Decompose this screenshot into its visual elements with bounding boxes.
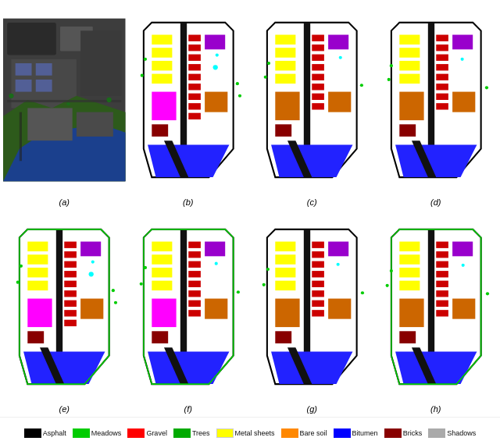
legend-color-meadows xyxy=(73,428,90,438)
svg-rect-120 xyxy=(152,299,176,328)
svg-point-106 xyxy=(89,272,94,276)
svg-rect-50 xyxy=(312,44,324,51)
svg-rect-118 xyxy=(152,268,172,278)
svg-rect-165 xyxy=(399,281,420,291)
svg-rect-70 xyxy=(399,74,420,84)
svg-rect-100 xyxy=(64,290,77,297)
svg-rect-44 xyxy=(275,35,295,45)
svg-rect-62 xyxy=(328,35,348,50)
svg-rect-28 xyxy=(188,84,201,90)
image-wrapper-b xyxy=(127,3,250,197)
svg-rect-171 xyxy=(436,281,448,287)
svg-rect-56 xyxy=(312,103,324,109)
image-cell-h: (h) xyxy=(375,210,498,415)
svg-rect-97 xyxy=(64,261,77,268)
svg-rect-143 xyxy=(275,299,299,328)
svg-rect-48 xyxy=(275,92,299,121)
image-wrapper-c xyxy=(251,3,373,197)
svg-point-110 xyxy=(114,301,117,304)
svg-point-156 xyxy=(361,291,364,294)
label-b: (b) xyxy=(183,197,193,208)
svg-point-178 xyxy=(385,284,388,287)
svg-rect-134 xyxy=(205,242,225,257)
svg-point-35 xyxy=(143,58,146,61)
legend-color-bricks xyxy=(384,428,402,438)
image-cell-e: (e) xyxy=(3,210,126,415)
svg-rect-117 xyxy=(152,254,172,265)
svg-rect-139 xyxy=(275,242,295,252)
svg-rect-19 xyxy=(152,48,172,58)
svg-rect-103 xyxy=(64,320,77,326)
image-wrapper-a xyxy=(3,3,126,197)
svg-rect-127 xyxy=(188,300,201,307)
svg-rect-7 xyxy=(36,80,52,92)
legend-label-bare-soil: Bare soil xyxy=(300,429,327,437)
svg-point-82 xyxy=(389,64,392,67)
svg-rect-182 xyxy=(399,331,416,343)
label-a: (a) xyxy=(59,197,70,208)
svg-rect-1 xyxy=(7,23,56,55)
svg-point-60 xyxy=(264,76,267,79)
legend-item-metal-sheets: Metal sheets xyxy=(216,428,275,438)
svg-rect-147 xyxy=(312,271,324,277)
svg-rect-113 xyxy=(27,331,44,343)
svg-rect-51 xyxy=(312,55,324,61)
label-g: (g) xyxy=(307,404,317,415)
svg-point-109 xyxy=(112,289,115,292)
svg-point-13 xyxy=(9,94,13,98)
svg-rect-31 xyxy=(188,113,201,119)
label-c: (c) xyxy=(307,197,317,208)
svg-rect-85 xyxy=(452,35,473,50)
svg-rect-5 xyxy=(36,63,52,76)
svg-rect-49 xyxy=(312,35,324,41)
label-d: (d) xyxy=(430,197,441,208)
svg-rect-27 xyxy=(188,74,201,80)
legend-item-asphalt: Asphalt xyxy=(24,428,66,438)
image-cell-g: (g) xyxy=(251,210,373,415)
svg-rect-54 xyxy=(312,84,324,90)
svg-rect-78 xyxy=(436,94,448,100)
svg-rect-121 xyxy=(188,242,201,248)
svg-rect-174 xyxy=(436,310,448,316)
svg-rect-166 xyxy=(399,299,423,328)
svg-rect-151 xyxy=(312,310,324,316)
svg-rect-124 xyxy=(188,271,201,277)
svg-rect-79 xyxy=(436,103,448,109)
svg-rect-87 xyxy=(399,124,416,137)
svg-point-61 xyxy=(360,84,363,87)
svg-rect-73 xyxy=(436,44,448,51)
svg-point-15 xyxy=(107,98,112,102)
svg-rect-40 xyxy=(205,92,227,112)
svg-rect-46 xyxy=(275,61,295,71)
svg-rect-119 xyxy=(152,281,172,291)
svg-rect-23 xyxy=(188,35,201,41)
svg-rect-39 xyxy=(205,35,225,50)
svg-point-176 xyxy=(461,264,464,267)
svg-rect-52 xyxy=(312,64,324,70)
legend-color-asphalt xyxy=(24,428,41,438)
svg-point-130 xyxy=(214,262,217,265)
svg-rect-98 xyxy=(64,271,77,277)
svg-rect-96 xyxy=(64,251,77,258)
svg-rect-93 xyxy=(27,281,48,291)
svg-point-132 xyxy=(139,283,142,286)
svg-rect-67 xyxy=(399,35,420,45)
svg-point-84 xyxy=(484,86,488,89)
svg-point-59 xyxy=(267,62,270,65)
svg-rect-141 xyxy=(275,268,295,278)
svg-rect-72 xyxy=(436,35,448,41)
svg-rect-71 xyxy=(399,92,423,121)
svg-rect-76 xyxy=(436,74,448,80)
image-cell-c: (c) xyxy=(251,3,373,208)
svg-rect-122 xyxy=(188,251,201,258)
svg-rect-112 xyxy=(80,299,103,319)
svg-rect-24 xyxy=(188,44,201,51)
svg-rect-136 xyxy=(152,331,168,343)
legend-color-metal-sheets xyxy=(216,428,234,438)
svg-rect-75 xyxy=(436,64,448,70)
svg-rect-150 xyxy=(312,300,324,307)
svg-rect-164 xyxy=(399,268,420,278)
legend-color-shadows xyxy=(428,428,445,438)
image-wrapper-h xyxy=(375,210,498,404)
svg-rect-77 xyxy=(436,84,448,90)
